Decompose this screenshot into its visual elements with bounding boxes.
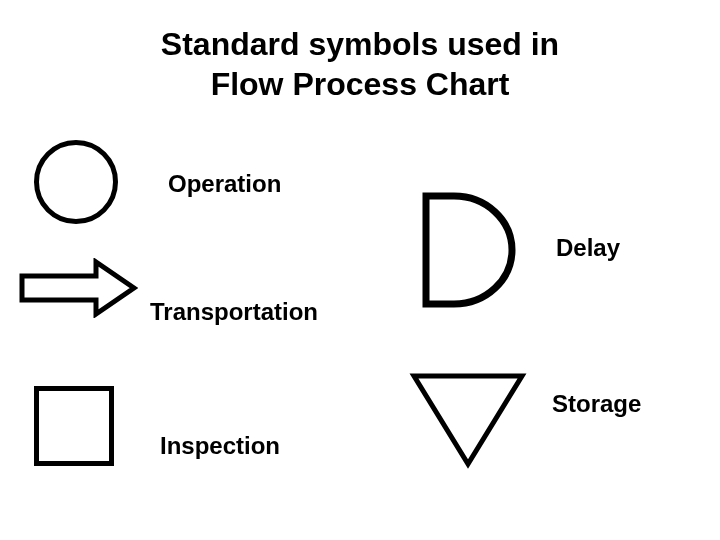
- page-title: Standard symbols used in Flow Process Ch…: [0, 24, 720, 104]
- delay-label: Delay: [556, 234, 620, 262]
- svg-marker-1: [414, 376, 522, 464]
- arrow-icon: [18, 258, 138, 318]
- title-line-1: Standard symbols used in: [161, 26, 559, 62]
- title-line-2: Flow Process Chart: [211, 66, 510, 102]
- transportation-label: Transportation: [150, 298, 318, 326]
- operation-label: Operation: [168, 170, 281, 198]
- svg-marker-0: [22, 262, 134, 314]
- storage-label: Storage: [552, 390, 641, 418]
- d-shape-icon: [420, 190, 520, 310]
- circle-icon: [34, 140, 118, 224]
- triangle-icon: [408, 370, 528, 470]
- inspection-label: Inspection: [160, 432, 280, 460]
- square-icon: [34, 386, 114, 466]
